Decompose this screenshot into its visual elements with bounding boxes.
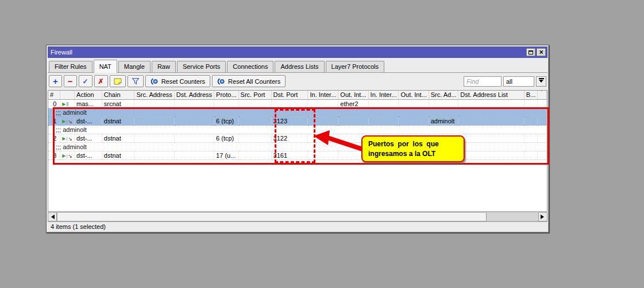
cell-protocol [214, 99, 238, 108]
col-header-out-interface-2[interactable]: Out. Int... [399, 91, 429, 99]
cell-protocol: 17 (u... [214, 151, 238, 159]
comment-cell: ;;; adminolt [48, 142, 547, 151]
close-button[interactable]: × [537, 48, 546, 56]
add-rule-button[interactable]: + [49, 75, 62, 87]
window-title: Firewall [49, 49, 525, 56]
cell-icon: ▶|↘ [60, 151, 75, 159]
tab-address-lists[interactable]: Address Lists [275, 61, 324, 72]
rule-row[interactable]: 1▶|↘dst-...dstnat6 (tcp)3123adminolt [48, 116, 547, 125]
cell-dst-address-list [458, 151, 524, 159]
comment-row[interactable]: ;;; adminolt [48, 108, 547, 116]
filter-button[interactable] [128, 75, 144, 87]
col-header-dst-port[interactable]: Dst. Port [271, 91, 308, 99]
tab-nat[interactable]: NAT [94, 60, 117, 73]
scroll-right-button[interactable] [538, 212, 547, 221]
col-header-src-address[interactable]: Src. Address [134, 91, 174, 99]
plus-icon: + [53, 77, 58, 85]
firewall-window: Firewall × Filter RulesNATMangleRawServi… [46, 45, 549, 233]
col-header-src-address-list[interactable]: Src. Ad... [429, 91, 458, 99]
remove-rule-button[interactable]: − [64, 75, 77, 87]
close-icon: × [539, 49, 543, 56]
scrollbar-thumb[interactable] [57, 212, 487, 221]
col-header-src-port[interactable]: Src. Port [238, 91, 271, 99]
enable-rule-button[interactable]: ✓ [79, 75, 92, 87]
cell-src-port [238, 116, 271, 125]
chain-filter-select[interactable]: all [503, 76, 534, 87]
tab-mangle[interactable]: Mangle [118, 61, 151, 72]
cell-dst-port: 3123 [271, 116, 308, 125]
chain-filter-dropdown-button[interactable] [536, 76, 546, 87]
reset-all-counters-button[interactable]: Reset All Counters [212, 75, 286, 87]
cell-bytes [524, 116, 538, 125]
find-input[interactable] [464, 76, 502, 87]
scroll-left-button[interactable] [48, 212, 57, 221]
check-icon: ✓ [83, 77, 88, 85]
col-header-protocol[interactable]: Proto... [214, 91, 238, 99]
cell-dst-address-list [458, 99, 524, 108]
cell-action: dst-... [75, 134, 102, 142]
cell-src-address [134, 99, 174, 108]
col-header-bytes[interactable]: B... [524, 91, 538, 99]
tab-layer7-protocols[interactable]: Layer7 Protocols [326, 61, 385, 72]
cell-dst-address [174, 116, 214, 125]
tab-connections[interactable]: Connections [227, 61, 273, 72]
comment-button[interactable] [110, 75, 126, 87]
tab-service-ports[interactable]: Service Ports [177, 61, 226, 72]
titlebar[interactable]: Firewall × [48, 46, 547, 58]
disable-rule-button[interactable]: ✗ [94, 75, 108, 87]
reset-counters-button[interactable]: Reset Counters [145, 75, 210, 87]
dst-nat-icon: ▶|↘ [62, 137, 72, 142]
rule-row[interactable]: 3▶|↘dst-...dstnat17 (u...3161 [48, 151, 547, 159]
col-header-column-selector[interactable] [538, 91, 547, 99]
col-header-num[interactable]: # [48, 91, 60, 99]
cell-action: mas... [75, 99, 102, 108]
cell-chain: dstnat [102, 116, 134, 125]
maximize-button[interactable] [526, 48, 535, 56]
cell-bytes [524, 151, 538, 159]
col-header-out-interface[interactable]: Out. Int... [338, 91, 368, 99]
cell-in-interface [308, 151, 338, 159]
horizontal-scrollbar[interactable] [48, 212, 547, 221]
cell-dst-address [174, 151, 214, 159]
col-header-in-interface[interactable]: In. Inter... [308, 91, 338, 99]
scrollbar-track[interactable] [487, 212, 538, 221]
cell-dst-address-list [458, 116, 524, 125]
funnel-icon [132, 77, 140, 85]
status-text: 4 items (1 selected) [51, 223, 106, 230]
cell-bytes [524, 99, 538, 108]
cell-action: dst-... [75, 116, 102, 125]
cell-in-interface [308, 116, 338, 125]
cell-chain: dstnat [102, 134, 134, 142]
cell-src-address [134, 134, 174, 142]
rule-row[interactable]: 2▶|↘dst-...dstnat6 (tcp)3122 [48, 134, 547, 142]
masquerade-icon: ▶‖ [62, 102, 68, 107]
comment-cell: ;;; adminolt [48, 108, 547, 116]
rule-row[interactable]: 0▶‖mas...srcnatether2 [48, 99, 547, 108]
cell-icon: ▶|↘ [60, 134, 75, 142]
reset-counters-label: Reset Counters [161, 78, 205, 85]
col-header-chain[interactable]: Chain [102, 91, 134, 99]
col-header-icon[interactable] [60, 91, 75, 99]
cell-spacer [538, 116, 547, 125]
counter-icon [217, 78, 225, 85]
col-header-action[interactable]: Action [75, 91, 102, 99]
tab-filter-rules[interactable]: Filter Rules [49, 61, 92, 72]
cell-dst-port [271, 99, 308, 108]
cell-src-address [134, 116, 174, 125]
cell-bytes [524, 134, 538, 142]
cell-src-address-list: adminolt [429, 116, 458, 125]
col-header-dst-address[interactable]: Dst. Address [174, 91, 214, 99]
cell-spacer [538, 99, 547, 108]
dst-nat-icon: ▶|↘ [62, 119, 72, 124]
arrow-left-icon [49, 215, 55, 219]
cell-dst-port: 3122 [271, 134, 308, 142]
comment-row[interactable]: ;;; adminolt [48, 125, 547, 134]
comment-row[interactable]: ;;; adminolt [48, 142, 547, 151]
col-header-dst-address-list[interactable]: Dst. Address List [458, 91, 524, 99]
cell-src-port [238, 134, 271, 142]
tab-raw[interactable]: Raw [152, 61, 176, 72]
cell-dst-port: 3161 [271, 151, 308, 159]
maximize-icon [529, 50, 533, 55]
cell-icon: ▶‖ [60, 99, 75, 108]
col-header-in-interface-2[interactable]: In. Inter... [368, 91, 399, 99]
